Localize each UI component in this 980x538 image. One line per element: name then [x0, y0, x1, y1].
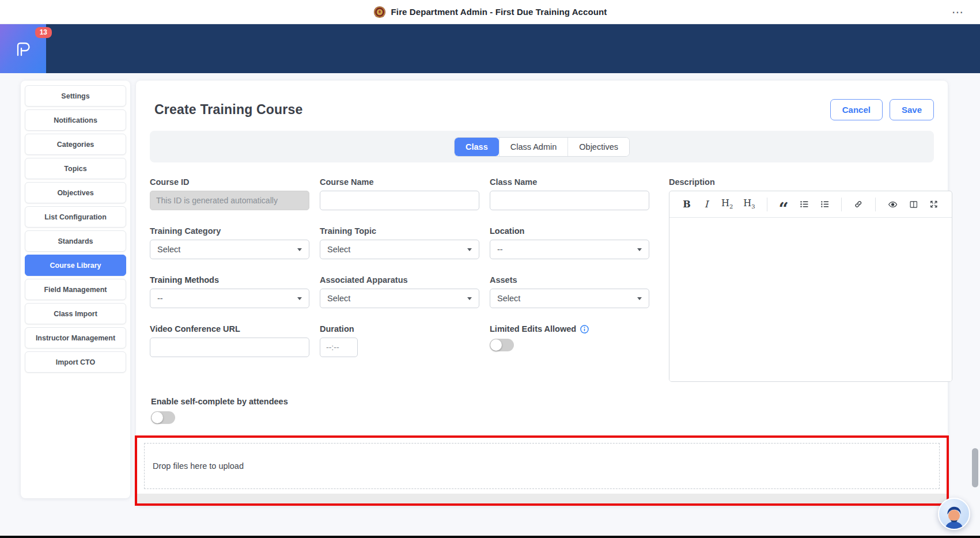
- browser-titlebar: Fire Department Admin - First Due Traini…: [0, 0, 980, 24]
- sidebar: SettingsNotificationsCategoriesTopicsObj…: [21, 81, 130, 498]
- toolbar-divider: [875, 198, 876, 211]
- sidebar-item-categories[interactable]: Categories: [25, 134, 126, 155]
- link-icon[interactable]: [850, 196, 867, 213]
- self-complete-toggle[interactable]: [151, 411, 175, 424]
- bold-icon[interactable]: B: [679, 196, 695, 213]
- training-category-select[interactable]: Select: [150, 240, 309, 259]
- sidebar-item-list-configuration[interactable]: List Configuration: [25, 206, 126, 228]
- toolbar-divider: [841, 198, 842, 211]
- sidebar-item-class-import[interactable]: Class Import: [25, 303, 126, 324]
- chevron-down-icon: [637, 248, 642, 251]
- sidebar-item-field-management[interactable]: Field Management: [25, 279, 126, 300]
- field-location: Location --: [490, 226, 649, 259]
- assets-value: Select: [497, 294, 520, 303]
- support-chat-avatar[interactable]: [938, 498, 970, 530]
- field-video-conference-url: Video Conference URL: [150, 324, 309, 357]
- chevron-down-icon: [467, 248, 472, 251]
- course-form: Course ID Course Name Class Name Trainin…: [150, 177, 934, 382]
- training-methods-select[interactable]: --: [150, 289, 309, 308]
- field-duration: Duration: [320, 324, 479, 357]
- info-icon[interactable]: [580, 325, 589, 334]
- quote-icon[interactable]: “: [775, 196, 792, 213]
- field-description: Description BIH2H3“: [669, 177, 952, 382]
- fire-department-badge-icon: [373, 6, 386, 18]
- columns-icon[interactable]: [905, 196, 922, 213]
- field-assets: Assets Select: [490, 275, 649, 308]
- description-editor-body[interactable]: [669, 218, 952, 382]
- sidebar-item-topics[interactable]: Topics: [25, 158, 126, 179]
- chevron-down-icon: [467, 297, 472, 300]
- limited-edits-allowed-label: Limited Edits Allowed: [490, 324, 576, 334]
- preview-icon[interactable]: [884, 196, 902, 213]
- notification-count-badge: 13: [35, 27, 52, 38]
- chevron-down-icon: [297, 297, 302, 300]
- sidebar-item-objectives[interactable]: Objectives: [25, 182, 126, 203]
- class-name-input[interactable]: [490, 191, 649, 210]
- cancel-button[interactable]: Cancel: [830, 99, 883, 120]
- dropzone-footer-strip: [137, 494, 947, 503]
- sidebar-item-course-library[interactable]: Course Library: [25, 255, 126, 276]
- chevron-down-icon: [637, 297, 642, 300]
- duration-input[interactable]: [320, 338, 358, 357]
- sidebar-item-instructor-management[interactable]: Instructor Management: [25, 327, 126, 348]
- field-course-id: Course ID: [150, 177, 309, 210]
- location-select[interactable]: --: [490, 240, 649, 259]
- sidebar-item-import-cto[interactable]: Import CTO: [25, 351, 126, 373]
- ordered-list-icon[interactable]: [816, 196, 834, 213]
- assets-select[interactable]: Select: [490, 289, 649, 308]
- location-label: Location: [490, 226, 649, 236]
- description-editor: BIH2H3“: [669, 191, 952, 382]
- sidebar-item-settings[interactable]: Settings: [25, 85, 126, 107]
- sidebar-nav: SettingsNotificationsCategoriesTopicsObj…: [25, 85, 126, 373]
- tabs-panel: ClassClass AdminObjectives: [150, 131, 934, 162]
- training-methods-value: --: [157, 294, 163, 303]
- heading-2-icon[interactable]: H2: [718, 196, 736, 213]
- associated-apparatus-value: Select: [327, 294, 350, 303]
- field-course-name: Course Name: [320, 177, 479, 210]
- page-title: Create Training Course: [150, 102, 302, 118]
- video-conference-url-input[interactable]: [150, 338, 309, 357]
- field-training-topic: Training Topic Select: [320, 226, 479, 259]
- training-topic-label: Training Topic: [320, 226, 479, 236]
- description-label: Description: [669, 177, 952, 187]
- course-id-label: Course ID: [150, 177, 309, 187]
- field-self-complete: Enable self-complete by attendees: [150, 397, 934, 424]
- fullscreen-icon[interactable]: [925, 196, 943, 213]
- save-button[interactable]: Save: [890, 99, 934, 120]
- file-dropzone[interactable]: Drop files here to upload: [144, 443, 940, 489]
- unordered-list-icon[interactable]: [796, 196, 813, 213]
- associated-apparatus-select[interactable]: Select: [320, 289, 479, 308]
- field-limited-edits-allowed: Limited Edits Allowed: [490, 324, 649, 357]
- class-name-label: Class Name: [490, 177, 649, 187]
- course-name-label: Course Name: [320, 177, 479, 187]
- field-training-methods: Training Methods --: [150, 275, 309, 308]
- training-category-value: Select: [157, 245, 180, 254]
- sidebar-item-standards[interactable]: Standards: [25, 230, 126, 252]
- upload-highlight-annotation: Drop files here to upload: [135, 435, 949, 506]
- training-topic-select[interactable]: Select: [320, 240, 479, 259]
- limited-edits-allowed-toggle[interactable]: [490, 339, 514, 351]
- assets-label: Assets: [490, 275, 649, 285]
- chevron-down-icon: [297, 248, 302, 251]
- sidebar-item-notifications[interactable]: Notifications: [25, 109, 126, 131]
- tab-class[interactable]: Class: [455, 138, 499, 156]
- video-conference-url-label: Video Conference URL: [150, 324, 309, 334]
- heading-3-icon[interactable]: H3: [740, 196, 758, 213]
- self-complete-label: Enable self-complete by attendees: [151, 397, 934, 406]
- page-content: SettingsNotificationsCategoriesTopicsObj…: [0, 73, 980, 506]
- overflow-menu-icon[interactable]: ⋯: [952, 6, 964, 18]
- duration-label: Duration: [320, 324, 479, 334]
- italic-icon[interactable]: I: [698, 196, 714, 213]
- training-category-label: Training Category: [150, 226, 309, 236]
- vertical-scrollbar-thumb[interactable]: [972, 448, 978, 487]
- training-topic-value: Select: [327, 245, 350, 254]
- first-due-logo[interactable]: 13: [0, 24, 46, 73]
- fields-grid: Course ID Course Name Class Name Trainin…: [150, 177, 649, 382]
- avatar-person-icon: [941, 503, 967, 529]
- associated-apparatus-label: Associated Apparatus: [320, 275, 479, 285]
- toolbar-divider: [767, 198, 767, 211]
- course-name-input[interactable]: [320, 191, 479, 210]
- field-training-category: Training Category Select: [150, 226, 309, 259]
- tab-class-admin[interactable]: Class Admin: [499, 138, 568, 156]
- tab-objectives[interactable]: Objectives: [567, 138, 629, 156]
